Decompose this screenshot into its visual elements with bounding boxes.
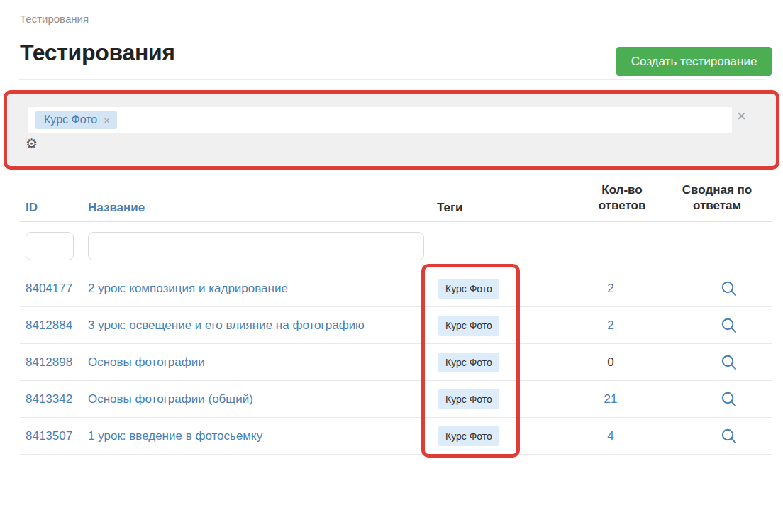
column-header-name[interactable]: Название bbox=[88, 200, 145, 216]
search-icon bbox=[721, 280, 738, 297]
row-tag-badge: Курс Фото bbox=[438, 426, 499, 446]
breadcrumb[interactable]: Тестирования bbox=[20, 13, 89, 25]
title-divider bbox=[18, 79, 765, 80]
table-row: 8404177 2 урок: композиция и кадрировани… bbox=[20, 270, 772, 306]
row-tag-badge: Курс Фото bbox=[438, 279, 499, 299]
row-name-link[interactable]: 3 урок: освещение и его влияние на фотог… bbox=[88, 318, 365, 333]
search-icon bbox=[721, 428, 738, 445]
row-answers-summary-link[interactable] bbox=[679, 354, 779, 371]
search-icon bbox=[721, 391, 738, 408]
tag-chip-label: Курс Фото bbox=[44, 113, 97, 126]
row-id-link[interactable]: 8413342 bbox=[26, 392, 72, 406]
remove-tag-icon[interactable]: × bbox=[104, 115, 110, 126]
column-header-id[interactable]: ID bbox=[26, 200, 38, 216]
tag-filter-input[interactable] bbox=[28, 107, 732, 133]
search-icon bbox=[721, 354, 738, 371]
row-id-link[interactable]: 8404177 bbox=[26, 282, 72, 296]
selected-tag-chip[interactable]: Курс Фото × bbox=[35, 111, 117, 129]
clear-filter-icon[interactable]: × bbox=[737, 109, 746, 124]
table-row: 8413342 Основы фотографии (общий) Курс Ф… bbox=[20, 380, 772, 417]
row-tag-badge: Курс Фото bbox=[438, 353, 499, 372]
row-answers-summary-link[interactable] bbox=[679, 317, 779, 334]
table-bottom-divider bbox=[20, 454, 772, 455]
row-answers-count[interactable]: 4 bbox=[565, 429, 657, 443]
row-name-link[interactable]: 2 урок: композиция и кадрирование bbox=[88, 282, 288, 296]
page-title: Тестирования bbox=[20, 40, 175, 66]
id-filter-input[interactable] bbox=[26, 232, 74, 260]
table-row: 8412884 3 урок: освещение и его влияние … bbox=[20, 306, 772, 343]
name-filter-input[interactable] bbox=[88, 232, 424, 260]
table-row: 8412898 Основы фотографии Курс Фото 0 bbox=[20, 343, 772, 380]
search-icon bbox=[721, 317, 738, 334]
row-id-link[interactable]: 8412884 bbox=[26, 318, 72, 333]
row-answers-count[interactable]: 2 bbox=[565, 282, 657, 296]
row-id-link[interactable]: 8413507 bbox=[26, 429, 72, 443]
table-row: 8413507 1 урок: введение в фотосьемку Ку… bbox=[20, 417, 772, 454]
row-tag-badge: Курс Фото bbox=[438, 316, 499, 336]
row-answers-count: 0 bbox=[565, 355, 657, 370]
row-id-link[interactable]: 8412898 bbox=[26, 355, 72, 370]
row-name-link[interactable]: Основы фотографии (общий) bbox=[88, 392, 253, 406]
row-answers-count[interactable]: 21 bbox=[565, 392, 657, 406]
column-header-tags: Теги bbox=[437, 200, 463, 216]
row-answers-summary-link[interactable] bbox=[679, 280, 779, 297]
row-name-link[interactable]: Основы фотографии bbox=[88, 355, 205, 370]
row-name-link[interactable]: 1 урок: введение в фотосьемку bbox=[88, 429, 262, 443]
header-divider bbox=[20, 221, 772, 222]
column-header-answers-count: Кол-во ответов bbox=[577, 182, 667, 214]
column-header-answers-summary: Сводная по ответам bbox=[667, 182, 767, 214]
settings-gear-icon[interactable]: ⚙ bbox=[26, 137, 38, 150]
row-answers-count[interactable]: 2 bbox=[565, 318, 657, 333]
row-answers-summary-link[interactable] bbox=[679, 428, 779, 445]
row-tag-badge: Курс Фото bbox=[438, 389, 499, 409]
row-answers-summary-link[interactable] bbox=[679, 391, 779, 408]
create-test-button[interactable]: Создать тестирование bbox=[616, 47, 772, 76]
